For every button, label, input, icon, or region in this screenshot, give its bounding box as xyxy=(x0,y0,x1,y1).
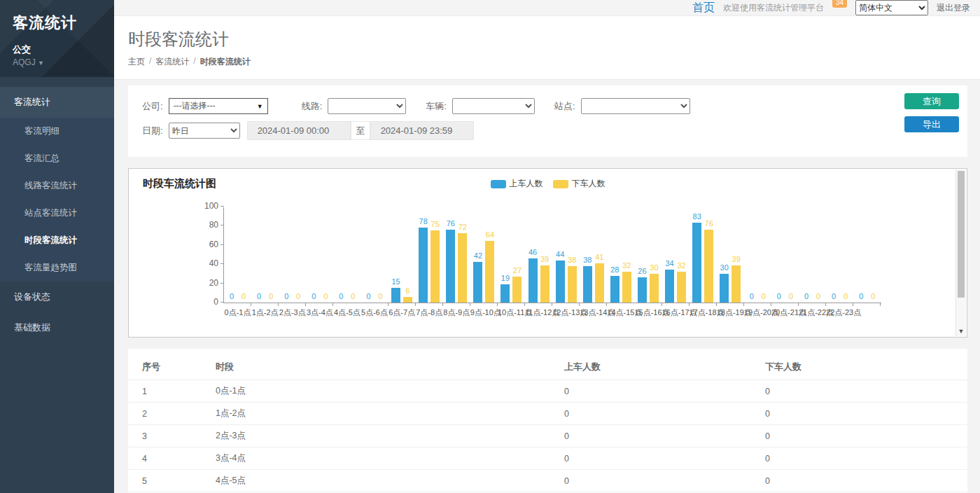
table-cell: 4 xyxy=(128,447,210,470)
station-select[interactable] xyxy=(581,98,690,114)
bar-value-label: 32 xyxy=(677,261,685,270)
sidebar-item[interactable]: 客流明细 xyxy=(0,118,114,145)
chart-panel: 时段车流统计图 上车人数下车人数 00000000000015678757672… xyxy=(128,168,967,338)
bar-group: 7672 xyxy=(443,207,470,303)
sidebar: 客流统计 公交 AQGJ ▼ 客流统计客流明细客流汇总线路客流统计站点客流统计时… xyxy=(0,0,114,493)
bar[interactable] xyxy=(595,263,604,303)
table-cell: 0 xyxy=(559,447,760,470)
home-link[interactable]: 首页 xyxy=(692,1,715,15)
bar[interactable] xyxy=(568,266,577,303)
sidebar-nav: 客流统计客流明细客流汇总线路客流统计站点客流统计时段客流统计客流量趋势图设备状态… xyxy=(0,87,114,343)
bar[interactable] xyxy=(512,277,522,303)
bar-value-label: 0 xyxy=(789,292,793,300)
bar-value-label: 42 xyxy=(474,251,482,260)
sidebar-section-1[interactable]: 设备状态 xyxy=(0,282,114,312)
sidebar-item[interactable]: 客流汇总 xyxy=(0,145,114,172)
bar[interactable] xyxy=(704,230,713,303)
legend-label: 上车人数 xyxy=(510,178,543,190)
bar[interactable] xyxy=(500,284,510,303)
bar[interactable] xyxy=(430,230,440,303)
sidebar-item[interactable]: 线路客流统计 xyxy=(0,172,114,200)
bar[interactable] xyxy=(528,258,538,303)
export-button[interactable]: 导出 xyxy=(904,116,959,132)
vehicle-select[interactable] xyxy=(452,98,535,114)
bar[interactable] xyxy=(677,272,686,303)
bar[interactable] xyxy=(458,233,467,303)
logout-link[interactable]: 退出登录 xyxy=(937,2,970,14)
bar-value-label: 0 xyxy=(284,292,288,300)
bar[interactable] xyxy=(446,230,455,303)
user-dropdown[interactable]: AQGJ ▼ xyxy=(13,57,114,67)
sidebar-item[interactable]: 时段客流统计 xyxy=(0,227,114,254)
legend-item[interactable]: 上车人数 xyxy=(491,178,543,190)
bar[interactable] xyxy=(720,274,729,303)
x-axis-label: 9点-10点 xyxy=(470,307,498,318)
bar[interactable] xyxy=(638,277,647,303)
search-button[interactable]: 查询 xyxy=(904,93,959,109)
sidebar-section-0[interactable]: 客流统计 xyxy=(0,87,114,118)
bar-group: 00 xyxy=(251,207,279,303)
bar-value-label: 0 xyxy=(804,292,808,300)
bar[interactable] xyxy=(610,276,620,303)
bar-value-label: 0 xyxy=(323,292,328,300)
bar-value-label: 34 xyxy=(665,259,673,268)
bar[interactable] xyxy=(540,265,550,303)
bar-value-label: 0 xyxy=(339,292,343,300)
language-select[interactable]: 简体中文 xyxy=(855,0,928,15)
bar[interactable] xyxy=(583,266,592,303)
table-cell: 5 xyxy=(128,470,210,492)
sidebar-section-2[interactable]: 基础数据 xyxy=(0,312,114,343)
sidebar-item[interactable]: 站点客流统计 xyxy=(0,200,114,227)
line-select[interactable] xyxy=(328,98,406,114)
legend-item[interactable]: 下车人数 xyxy=(553,178,606,190)
bar[interactable] xyxy=(692,223,701,303)
bar[interactable] xyxy=(403,297,412,303)
x-axis-label: 5点-6点 xyxy=(360,307,388,318)
bar-group: 00 xyxy=(799,207,826,303)
table-row: 21点-2点00 xyxy=(128,403,967,425)
x-axis-label: 20点-21点 xyxy=(771,307,799,318)
bar[interactable] xyxy=(650,274,659,303)
breadcrumb-item[interactable]: 客流统计 xyxy=(155,56,189,68)
table-cell: 0 xyxy=(760,403,967,425)
bar-value-label: 39 xyxy=(540,255,549,263)
chart-scrollbar[interactable]: ▼ xyxy=(955,169,966,336)
scrollbar-thumb[interactable] xyxy=(958,171,965,298)
date-preset-select[interactable]: 昨日 xyxy=(169,123,240,139)
x-axis-label: 11点-12点 xyxy=(525,307,552,318)
breadcrumb: 主页/客流统计/时段客流统计 xyxy=(128,56,980,68)
bar-chart: 0000000000001567875767242641927463944383… xyxy=(223,207,881,303)
table-cell: 1 xyxy=(128,380,210,403)
date-range-separator: 至 xyxy=(351,121,370,140)
message-count-badge[interactable]: 34 xyxy=(832,0,847,8)
start-datetime-input[interactable]: 2024-01-09 00:00 xyxy=(247,121,351,140)
bar-value-label: 38 xyxy=(583,256,592,264)
y-axis-tick xyxy=(220,302,224,303)
x-axis-label: 16点-17点 xyxy=(662,307,690,318)
bar[interactable] xyxy=(732,265,741,303)
bar-value-label: 0 xyxy=(241,292,246,300)
table-cell: 0 xyxy=(559,425,760,447)
company-select[interactable]: ---请选择--- ▼ xyxy=(169,98,268,114)
table-cell: 2 xyxy=(128,403,210,425)
scrollbar-down-arrow-icon[interactable]: ▼ xyxy=(956,328,966,335)
breadcrumb-item[interactable]: 主页 xyxy=(128,56,145,68)
bar[interactable] xyxy=(391,288,400,303)
end-datetime-input[interactable]: 2024-01-09 23:59 xyxy=(370,121,474,140)
x-axis-label: 13点-14点 xyxy=(580,307,607,318)
sidebar-item[interactable]: 客流量趋势图 xyxy=(0,254,114,282)
bar-group: 4438 xyxy=(552,207,580,303)
bar[interactable] xyxy=(556,261,565,303)
legend-swatch xyxy=(491,180,506,188)
breadcrumb-separator: / xyxy=(149,56,151,68)
bar[interactable] xyxy=(622,272,631,303)
table-row: 10点-1点00 xyxy=(128,380,967,403)
bar[interactable] xyxy=(665,270,674,303)
bar-value-label: 41 xyxy=(595,253,603,261)
chart-title: 时段车流统计图 xyxy=(143,177,216,190)
bar[interactable] xyxy=(419,228,428,303)
bar-value-label: 30 xyxy=(650,263,658,272)
bar[interactable] xyxy=(485,241,494,303)
bar-value-label: 30 xyxy=(720,263,729,272)
bar[interactable] xyxy=(473,262,482,303)
